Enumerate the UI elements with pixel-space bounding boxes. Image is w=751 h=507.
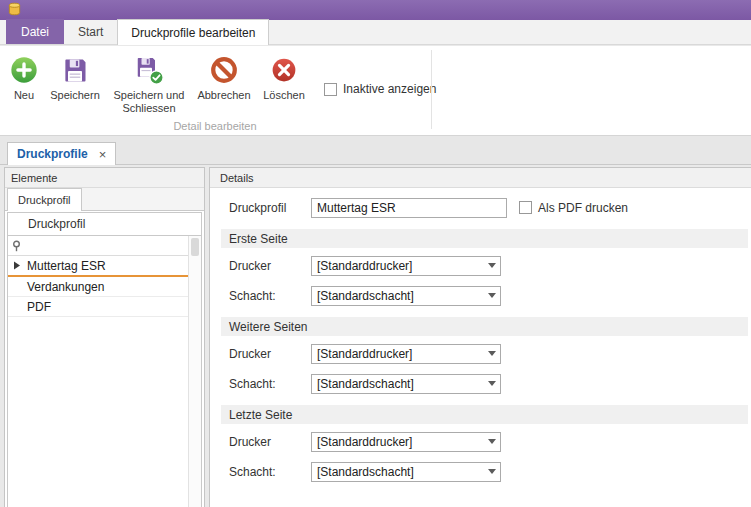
inaktive-anzeigen-label: Inaktive anzeigen: [343, 82, 436, 96]
ribbon: Neu Speichern: [0, 46, 751, 136]
ribbon-tab-start[interactable]: Start: [64, 19, 117, 44]
combo-value: [Standarddrucker]: [317, 259, 412, 273]
druckprofil-input[interactable]: [311, 198, 507, 218]
druckprofil-field-label: Druckprofil: [229, 201, 311, 215]
group-header-weitere-seiten: Weitere Seiten: [221, 317, 748, 336]
erste-seite-schacht-row: Schacht: [Standardschacht]: [229, 285, 745, 306]
ribbon-group-label: Detail bearbeiten: [0, 120, 430, 132]
grid-row-label: Verdankungen: [25, 280, 104, 294]
weitere-seiten-schacht-row: Schacht: [Standardschacht]: [229, 373, 745, 394]
combo-value: [Standarddrucker]: [317, 435, 412, 449]
loeschen-button[interactable]: Löschen: [256, 51, 312, 105]
schacht-label: Schacht:: [229, 289, 311, 303]
chevron-down-icon: [488, 439, 496, 444]
app-window: Datei Start Druckprofile bearbeiten Neu: [0, 0, 751, 507]
druckprofil-grid: Druckprofil: [7, 212, 202, 507]
combo-value: [Standarddrucker]: [317, 347, 412, 361]
cancel-icon: [209, 54, 239, 86]
grid-row-label: PDF: [25, 300, 51, 314]
ribbon-button-group: Neu Speichern: [4, 51, 436, 118]
grid-row-label: Muttertag ESR: [25, 259, 106, 273]
druckprofil-field-row: Druckprofil Als PDF drucken: [229, 197, 745, 218]
app-database-icon: [7, 2, 22, 19]
filter-row[interactable]: [8, 236, 188, 256]
elemente-tab-strip: Druckprofil: [5, 188, 204, 211]
save-close-icon: [134, 54, 164, 86]
delete-x-icon: [270, 54, 298, 86]
ribbon-group-separator: [431, 50, 432, 129]
scrollbar-thumb[interactable]: [191, 238, 199, 256]
erste-seite-drucker-combo[interactable]: [Standarddrucker]: [311, 256, 501, 276]
elemente-panel: Elemente Druckprofil Druckprofil: [4, 167, 205, 507]
combo-dropdown-button[interactable]: [484, 433, 500, 451]
combo-value: [Standardschacht]: [317, 289, 414, 303]
combo-dropdown-button[interactable]: [484, 345, 500, 363]
ribbon-tab-druckprofile-bearbeiten[interactable]: Druckprofile bearbeiten: [117, 19, 269, 45]
speichern-button[interactable]: Speichern: [44, 51, 106, 105]
document-tab-druckprofile[interactable]: Druckprofile ×: [7, 142, 116, 165]
letzte-seite-schacht-combo[interactable]: [Standardschacht]: [311, 462, 501, 482]
letzte-seite-drucker-row: Drucker [Standarddrucker]: [229, 431, 745, 452]
grid-row-verdankungen[interactable]: Verdankungen: [8, 277, 188, 297]
als-pdf-drucken-label: Als PDF drucken: [538, 201, 628, 215]
schacht-label: Schacht:: [229, 377, 311, 391]
main-area: Elemente Druckprofil Druckprofil: [0, 165, 751, 507]
grid-body: Muttertag ESR Verdankungen PDF: [8, 236, 201, 507]
letzte-seite-drucker-combo[interactable]: [Standarddrucker]: [311, 432, 501, 452]
abbrechen-button-label: Abbrechen: [197, 89, 250, 102]
details-panel: Details Druckprofil Als PDF drucken Erst…: [209, 167, 751, 507]
neu-button[interactable]: Neu: [4, 51, 44, 105]
erste-seite-drucker-row: Drucker [Standarddrucker]: [229, 255, 745, 276]
grid-row-pdf[interactable]: PDF: [8, 297, 188, 317]
combo-dropdown-button[interactable]: [484, 287, 500, 305]
combo-value: [Standardschacht]: [317, 377, 414, 391]
checkbox-box[interactable]: [324, 83, 337, 96]
chevron-down-icon: [488, 469, 496, 474]
column-header-druckprofil[interactable]: Druckprofil: [8, 213, 201, 236]
combo-dropdown-button[interactable]: [484, 257, 500, 275]
chevron-down-icon: [488, 351, 496, 356]
save-icon: [61, 54, 89, 86]
document-tab-label: Druckprofile: [17, 147, 88, 161]
drucker-label: Drucker: [229, 435, 311, 449]
combo-dropdown-button[interactable]: [484, 375, 500, 393]
weitere-seiten-schacht-combo[interactable]: [Standardschacht]: [311, 374, 501, 394]
letzte-seite-schacht-row: Schacht: [Standardschacht]: [229, 461, 745, 482]
chevron-down-icon: [488, 293, 496, 298]
row-indicator-arrow-icon: [8, 261, 25, 270]
document-tab-bar: Druckprofile ×: [0, 136, 751, 165]
schacht-label: Schacht:: [229, 465, 311, 479]
close-icon[interactable]: ×: [99, 148, 107, 161]
combo-value: [Standardschacht]: [317, 465, 414, 479]
abbrechen-button[interactable]: Abbrechen: [192, 51, 256, 105]
weitere-seiten-drucker-row: Drucker [Standarddrucker]: [229, 343, 745, 364]
als-pdf-drucken-checkbox[interactable]: Als PDF drucken: [519, 201, 628, 215]
drucker-label: Drucker: [229, 347, 311, 361]
details-content: Druckprofil Als PDF drucken Erste Seite …: [210, 188, 751, 482]
group-header-letzte-seite: Letzte Seite: [221, 405, 748, 424]
combo-dropdown-button[interactable]: [484, 463, 500, 481]
drucker-label: Drucker: [229, 259, 311, 273]
checkbox-box[interactable]: [519, 201, 532, 214]
loeschen-button-label: Löschen: [263, 89, 305, 102]
titlebar: [0, 0, 751, 20]
speichern-und-schliessen-button-label: Speichern und Schliessen: [108, 89, 190, 115]
chevron-down-icon: [488, 381, 496, 386]
ribbon-tab-row: Datei Start Druckprofile bearbeiten: [0, 20, 751, 45]
vertical-scrollbar[interactable]: [188, 236, 201, 507]
ribbon-tab-datei[interactable]: Datei: [6, 19, 64, 44]
details-panel-header: Details: [210, 168, 751, 188]
speichern-und-schliessen-button[interactable]: Speichern und Schliessen: [106, 51, 192, 118]
grid-row-muttertag-esr[interactable]: Muttertag ESR: [8, 256, 188, 277]
pin-icon[interactable]: [8, 240, 25, 252]
grid-rows: Muttertag ESR Verdankungen PDF: [8, 236, 188, 507]
tab-druckprofil[interactable]: Druckprofil: [7, 188, 82, 211]
neu-button-label: Neu: [14, 89, 34, 102]
elemente-panel-header: Elemente: [5, 168, 204, 188]
new-plus-icon: [9, 54, 39, 86]
speichern-button-label: Speichern: [50, 89, 100, 102]
erste-seite-schacht-combo[interactable]: [Standardschacht]: [311, 286, 501, 306]
weitere-seiten-drucker-combo[interactable]: [Standarddrucker]: [311, 344, 501, 364]
inaktive-anzeigen-checkbox[interactable]: Inaktive anzeigen: [324, 82, 436, 96]
group-header-erste-seite: Erste Seite: [221, 229, 748, 248]
